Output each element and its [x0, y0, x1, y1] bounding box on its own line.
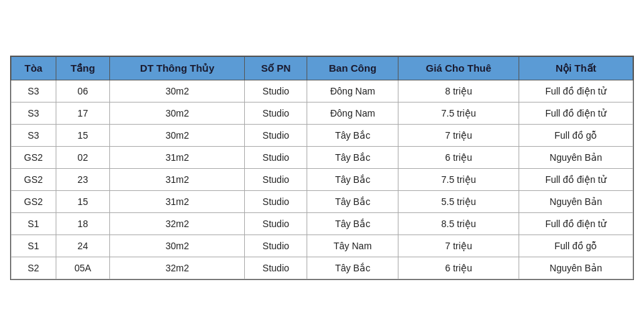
cell-0-6: Full đồ điện tử — [519, 80, 633, 102]
table-row: S11832m2StudioTây Bắc8.5 triệuFull đồ đi… — [11, 212, 633, 234]
cell-2-2: 30m2 — [110, 124, 245, 146]
header-col-5: Giá Cho Thuê — [398, 56, 519, 80]
header-col-4: Ban Công — [307, 56, 398, 80]
cell-5-5: 5.5 triệu — [398, 190, 519, 212]
cell-7-1: 24 — [56, 234, 109, 257]
cell-8-3: Studio — [245, 257, 307, 279]
cell-3-3: Studio — [245, 146, 307, 168]
cell-7-3: Studio — [245, 234, 307, 257]
cell-6-0: S1 — [11, 212, 56, 234]
cell-7-6: Full đồ gỗ — [519, 234, 633, 257]
cell-2-4: Tây Bắc — [307, 124, 398, 146]
cell-8-4: Tây Bắc — [307, 257, 398, 279]
cell-1-5: 7.5 triệu — [398, 102, 519, 124]
cell-1-4: Đông Nam — [307, 102, 398, 124]
cell-1-1: 17 — [56, 102, 109, 124]
table-row: GS21531m2StudioTây Bắc5.5 triệuNguyên Bả… — [11, 190, 633, 212]
cell-5-0: GS2 — [11, 190, 56, 212]
cell-3-6: Nguyên Bản — [519, 146, 633, 168]
cell-2-3: Studio — [245, 124, 307, 146]
cell-5-1: 15 — [56, 190, 109, 212]
header-row: TòaTầngDT Thông ThủySố PNBan CôngGiá Cho… — [11, 56, 633, 80]
cell-0-0: S3 — [11, 80, 56, 102]
cell-2-1: 15 — [56, 124, 109, 146]
header-col-2: DT Thông Thủy — [110, 56, 245, 80]
table-row: S31730m2StudioĐông Nam7.5 triệuFull đồ đ… — [11, 102, 633, 124]
table-row: S205A32m2StudioTây Bắc6 triệuNguyên Bản — [11, 257, 633, 279]
cell-4-6: Full đồ điện tử — [519, 168, 633, 190]
cell-8-2: 32m2 — [110, 257, 245, 279]
cell-6-3: Studio — [245, 212, 307, 234]
cell-6-4: Tây Bắc — [307, 212, 398, 234]
cell-7-2: 30m2 — [110, 234, 245, 257]
table-body: S30630m2StudioĐông Nam8 triệuFull đồ điệ… — [11, 80, 633, 279]
cell-3-2: 31m2 — [110, 146, 245, 168]
cell-4-4: Tây Bắc — [307, 168, 398, 190]
cell-5-6: Nguyên Bản — [519, 190, 633, 212]
cell-2-6: Full đồ gỗ — [519, 124, 633, 146]
cell-2-5: 7 triệu — [398, 124, 519, 146]
cell-0-1: 06 — [56, 80, 109, 102]
cell-0-3: Studio — [245, 80, 307, 102]
table-row: S31530m2StudioTây Bắc7 triệuFull đồ gỗ — [11, 124, 633, 146]
cell-6-6: Full đồ điện tử — [519, 212, 633, 234]
cell-8-6: Nguyên Bản — [519, 257, 633, 279]
cell-7-0: S1 — [11, 234, 56, 257]
table-row: GS22331m2StudioTây Bắc7.5 triệuFull đồ đ… — [11, 168, 633, 190]
cell-5-4: Tây Bắc — [307, 190, 398, 212]
property-table: TòaTầngDT Thông ThủySố PNBan CôngGiá Cho… — [11, 56, 633, 279]
cell-0-2: 30m2 — [110, 80, 245, 102]
table-row: GS20231m2StudioTây Bắc6 triệuNguyên Bản — [11, 146, 633, 168]
cell-1-2: 30m2 — [110, 102, 245, 124]
cell-8-1: 05A — [56, 257, 109, 279]
cell-6-2: 32m2 — [110, 212, 245, 234]
cell-1-0: S3 — [11, 102, 56, 124]
cell-1-6: Full đồ điện tử — [519, 102, 633, 124]
cell-6-5: 8.5 triệu — [398, 212, 519, 234]
cell-4-0: GS2 — [11, 168, 56, 190]
table-row: S12430m2StudioTây Nam7 triệuFull đồ gỗ — [11, 234, 633, 257]
cell-4-1: 23 — [56, 168, 109, 190]
cell-3-1: 02 — [56, 146, 109, 168]
cell-0-5: 8 triệu — [398, 80, 519, 102]
cell-7-5: 7 triệu — [398, 234, 519, 257]
cell-3-4: Tây Bắc — [307, 146, 398, 168]
cell-8-0: S2 — [11, 257, 56, 279]
cell-3-0: GS2 — [11, 146, 56, 168]
cell-7-4: Tây Nam — [307, 234, 398, 257]
cell-4-3: Studio — [245, 168, 307, 190]
cell-4-2: 31m2 — [110, 168, 245, 190]
cell-5-3: Studio — [245, 190, 307, 212]
cell-8-5: 6 triệu — [398, 257, 519, 279]
cell-6-1: 18 — [56, 212, 109, 234]
cell-1-3: Studio — [245, 102, 307, 124]
cell-5-2: 31m2 — [110, 190, 245, 212]
header-col-3: Số PN — [245, 56, 307, 80]
cell-3-5: 6 triệu — [398, 146, 519, 168]
cell-0-4: Đông Nam — [307, 80, 398, 102]
main-table-container: TòaTầngDT Thông ThủySố PNBan CôngGiá Cho… — [10, 56, 634, 280]
cell-4-5: 7.5 triệu — [398, 168, 519, 190]
cell-2-0: S3 — [11, 124, 56, 146]
header-col-0: Tòa — [11, 56, 56, 80]
header-col-1: Tầng — [56, 56, 109, 80]
table-row: S30630m2StudioĐông Nam8 triệuFull đồ điệ… — [11, 80, 633, 102]
header-col-6: Nội Thất — [519, 56, 633, 80]
